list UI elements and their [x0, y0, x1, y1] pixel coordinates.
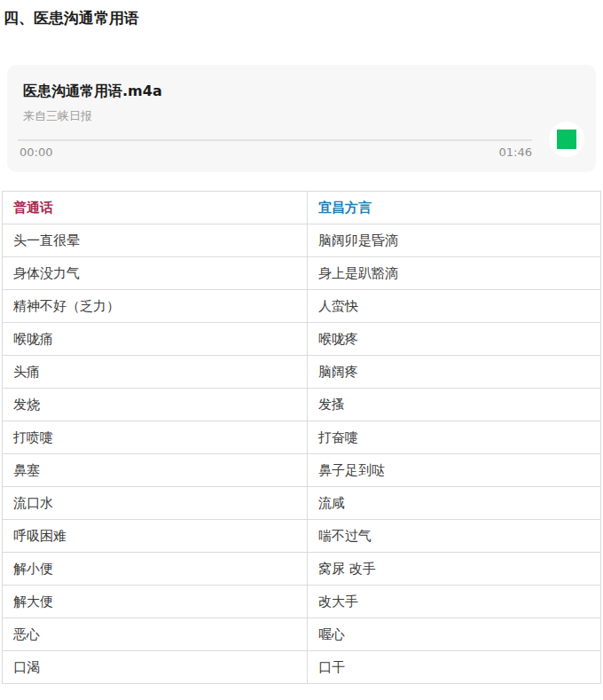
audio-source: 来自三峡日报: [23, 108, 92, 124]
audio-current-time: 00:00: [20, 146, 52, 159]
table-row: 解大便改大手: [3, 586, 601, 618]
table-row: 打喷嚏打奋嚏: [3, 421, 601, 454]
table-row: 口渴口干: [3, 651, 601, 684]
cell-mandarin: 头痛: [3, 356, 308, 389]
cell-dialect: 喔心: [308, 618, 601, 651]
audio-player-card: 医患沟通常用语.m4a 来自三峡日报 00:00 01:46: [7, 65, 596, 172]
table-header-dialect: 宜昌方言: [308, 192, 601, 224]
cell-dialect: 身上是趴豁滴: [308, 257, 601, 290]
section-heading: 四、医患沟通常用语: [0, 0, 603, 28]
audio-stop-button[interactable]: [549, 122, 584, 157]
phrase-table-body: 头一直很晕脑阔卯是昏滴身体没力气身上是趴豁滴精神不好（乏力）人蛮快喉咙痛喉咙疼头…: [3, 224, 601, 684]
cell-dialect: 喘不过气: [308, 520, 601, 553]
cell-mandarin: 鼻塞: [3, 454, 308, 487]
cell-mandarin: 口渴: [3, 651, 308, 684]
article-page: 四、医患沟通常用语 医患沟通常用语.m4a 来自三峡日报 00:00 01:46…: [0, 0, 603, 700]
cell-mandarin: 流口水: [3, 487, 308, 520]
cell-mandarin: 解大便: [3, 586, 308, 618]
table-row: 发烧发搔: [3, 389, 601, 421]
table-row: 身体没力气身上是趴豁滴: [3, 257, 601, 290]
cell-mandarin: 呼吸困难: [3, 520, 308, 553]
cell-dialect: 流咸: [308, 487, 601, 520]
cell-mandarin: 解小便: [3, 553, 308, 586]
cell-mandarin: 打喷嚏: [3, 421, 308, 454]
audio-duration: 01:46: [499, 146, 532, 159]
cell-dialect: 窝尿 改手: [308, 553, 601, 586]
cell-mandarin: 发烧: [3, 389, 308, 421]
table-row: 呼吸困难喘不过气: [3, 520, 601, 553]
audio-title: 医患沟通常用语.m4a: [23, 83, 162, 101]
stop-icon: [557, 130, 576, 149]
cell-mandarin: 恶心: [3, 618, 308, 651]
table-header-mandarin: 普通话: [3, 192, 308, 224]
table-row: 喉咙痛喉咙疼: [3, 323, 601, 356]
table-header-row: 普通话 宜昌方言: [3, 192, 601, 224]
cell-dialect: 改大手: [308, 586, 601, 618]
cell-mandarin: 精神不好（乏力）: [3, 290, 308, 323]
cell-dialect: 脑阔疼: [308, 356, 601, 389]
table-row: 鼻塞鼻子足到哒: [3, 454, 601, 487]
cell-mandarin: 头一直很晕: [3, 224, 308, 257]
cell-mandarin: 喉咙痛: [3, 323, 308, 356]
cell-mandarin: 身体没力气: [3, 257, 308, 290]
cell-dialect: 脑阔卯是昏滴: [308, 224, 601, 257]
audio-progress-bar[interactable]: [18, 139, 532, 141]
table-row: 解小便窝尿 改手: [3, 553, 601, 586]
cell-dialect: 鼻子足到哒: [308, 454, 601, 487]
phrase-table: 普通话 宜昌方言 头一直很晕脑阔卯是昏滴身体没力气身上是趴豁滴精神不好（乏力）人…: [2, 191, 601, 684]
cell-dialect: 发搔: [308, 389, 601, 421]
table-row: 恶心喔心: [3, 618, 601, 651]
table-row: 头一直很晕脑阔卯是昏滴: [3, 224, 601, 257]
table-row: 流口水流咸: [3, 487, 601, 520]
table-row: 头痛脑阔疼: [3, 356, 601, 389]
cell-dialect: 喉咙疼: [308, 323, 601, 356]
table-row: 精神不好（乏力）人蛮快: [3, 290, 601, 323]
cell-dialect: 打奋嚏: [308, 421, 601, 454]
cell-dialect: 人蛮快: [308, 290, 601, 323]
cell-dialect: 口干: [308, 651, 601, 684]
